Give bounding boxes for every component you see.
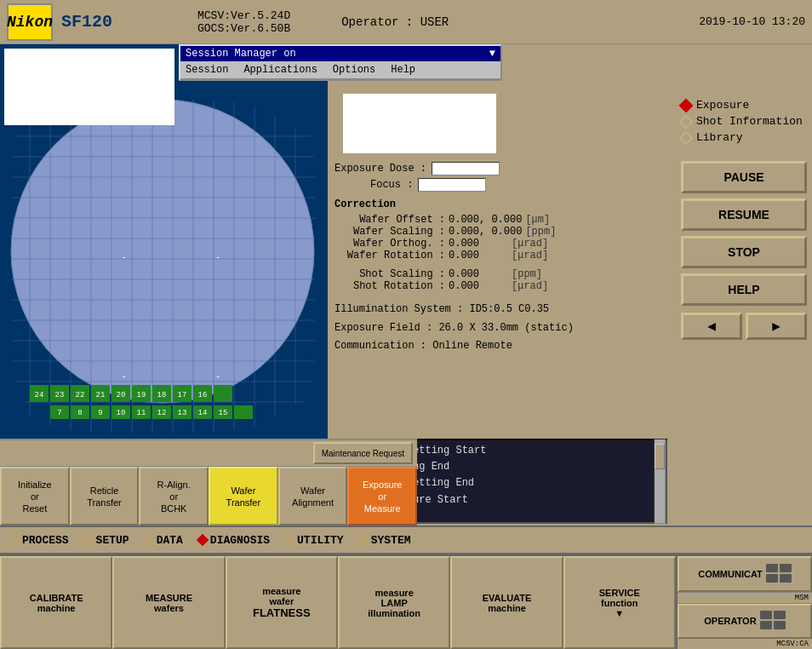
reticle-transfer-button[interactable]: Reticle Transfer	[70, 467, 140, 526]
evaluate-button[interactable]: EVALUATE machine	[450, 556, 563, 649]
exposure-measure-button[interactable]: Exposure or Measure	[347, 467, 417, 526]
measure-wafers-label2: wafers	[154, 603, 184, 613]
reticle-label: Reticle	[90, 485, 119, 496]
operator-button[interactable]: OPERATOR	[678, 604, 812, 640]
process-label: PROCESS	[22, 534, 69, 547]
wafer-alignment-button[interactable]: Wafer Alignment	[278, 467, 348, 526]
header: Nikon SF120 MCSV:Ver.5.24D GOCS:Ver.6.50…	[0, 0, 812, 44]
session-manager-close[interactable]: ▼	[489, 48, 495, 60]
shot-scaling-unit: [ppm]	[512, 268, 542, 280]
library-label: Library	[696, 131, 743, 144]
communicate-button[interactable]: COMMUNICAT	[678, 556, 812, 592]
wafer-rotation-row: Wafer Rotation : 0.000 [μrad]	[335, 250, 669, 261]
data-diamond-icon	[143, 534, 155, 546]
service-button[interactable]: SERVICE function ▼	[563, 556, 676, 649]
maintenance-row: Maintenance Request	[0, 440, 417, 466]
communication-info: Communication : Online Remote	[335, 337, 669, 356]
focus-label: Focus :	[370, 179, 413, 191]
diagnosis-diamond-icon	[197, 534, 209, 546]
initialize-label2: or	[31, 491, 39, 502]
ralign-label3: BCHK	[161, 503, 187, 514]
nav-setup[interactable]: SETUP	[77, 531, 136, 550]
lamp-label2: LAMP	[381, 598, 408, 608]
operator-icon	[760, 611, 786, 631]
menu-help[interactable]: Help	[387, 63, 419, 77]
initialize-label3: Reset	[22, 503, 47, 514]
system-info: Illumination System : ID5:0.5 C0.35 Expo…	[335, 301, 669, 356]
ralign-label: R-Align.	[157, 480, 191, 490]
back-arrow-button[interactable]: ◀	[681, 313, 742, 340]
process-diamond-icon	[9, 534, 20, 546]
resume-button[interactable]: RESUME	[681, 198, 807, 231]
menu-session[interactable]: Session	[182, 63, 232, 77]
gocs-version: GOCS:Ver.6.50B	[197, 22, 290, 35]
reticle-label2: Transfer	[87, 497, 122, 508]
pause-button[interactable]: PAUSE	[681, 161, 807, 193]
correction-section: Correction Wafer Offset : 0.000, 0.000 […	[335, 198, 669, 292]
focus-value	[418, 178, 486, 192]
wafer-align-label: Wafer	[300, 485, 325, 496]
nav-data[interactable]: DATA	[138, 531, 190, 550]
shot-info-option[interactable]: Shot Information	[681, 115, 807, 128]
library-option[interactable]: Library	[681, 131, 807, 144]
machine-name: SF120	[61, 12, 129, 32]
system-diamond-icon	[357, 534, 369, 546]
wafer-orthog-label: Wafer Orthog. :	[335, 238, 445, 250]
measure-wafers-label1: MEASURE	[146, 593, 192, 603]
r-align-button[interactable]: R-Align. or BCHK	[139, 467, 209, 526]
calibrate-label1: CALIBRATE	[30, 593, 83, 603]
svg-rect-77	[774, 611, 786, 619]
svg-text:-: -	[122, 372, 127, 382]
calibrate-button[interactable]: CALIBRATE machine	[0, 556, 112, 649]
setup-label: SETUP	[96, 534, 129, 547]
arrow-buttons: ◀ ▶	[681, 313, 807, 340]
wafer-transfer-button[interactable]: Wafer Transfer	[209, 467, 278, 526]
system-label: SYSTEM	[371, 534, 411, 547]
menu-applications[interactable]: Applications	[240, 63, 320, 77]
nav-system[interactable]: SYSTEM	[352, 531, 418, 550]
session-manager-window[interactable]: Session Manager on ▼ Session Application…	[179, 44, 502, 81]
stop-button[interactable]: STOP	[681, 236, 807, 268]
forward-arrow-button[interactable]: ▶	[746, 313, 807, 340]
nav-bar: PROCESS SETUP DATA DIAGNOSIS UTILITY SYS…	[0, 526, 812, 554]
white-overlay-box	[4, 49, 174, 125]
nikon-logo: Nikon	[7, 3, 53, 41]
menu-options[interactable]: Options	[329, 63, 379, 77]
initialize-reset-button[interactable]: Initialize or Reset	[0, 467, 70, 526]
svg-point-1	[11, 100, 314, 403]
measure-lamp-button[interactable]: measure LAMP illumination	[338, 556, 450, 649]
measure-flatness-button[interactable]: measure wafer FLATNESS	[226, 556, 338, 649]
svg-rect-78	[760, 621, 772, 629]
dose-focus-section: Exposure Dose : Focus :	[335, 162, 669, 192]
help-button[interactable]: HELP	[681, 273, 807, 306]
wafer-scaling-row: Wafer Scaling : 0.000, 0.000 [ppm]	[335, 226, 669, 238]
service-arrow-icon: ▼	[615, 608, 624, 618]
setup-diamond-icon	[83, 534, 94, 546]
measure-wafers-button[interactable]: MEASURE wafers	[112, 556, 225, 649]
svg-rect-75	[780, 574, 792, 583]
wafer-scaling-label: Wafer Scaling :	[335, 226, 445, 238]
shot-scaling-value: 0.000	[449, 268, 508, 280]
msm-label: MSM	[678, 592, 812, 604]
utility-label: UTILITY	[297, 534, 344, 547]
svg-text:7: 7	[57, 409, 61, 417]
svg-text:11: 11	[137, 409, 146, 417]
wafer-align-label2: Alignment	[292, 497, 334, 508]
nav-process[interactable]: PROCESS	[3, 531, 76, 550]
nav-diagnosis[interactable]: DIAGNOSIS	[192, 531, 277, 550]
log-scrollbar-thumb[interactable]	[655, 444, 665, 469]
svg-text:14: 14	[198, 409, 208, 417]
wafer-offset-label: Wafer Offset :	[335, 214, 445, 226]
exposure-dose-value	[432, 162, 500, 175]
evaluate-label2: machine	[488, 603, 526, 613]
maintenance-request-button[interactable]: Maintenance Request	[313, 442, 413, 464]
svg-text:8: 8	[77, 409, 82, 417]
session-manager-menu[interactable]: Session Applications Options Help	[180, 61, 500, 79]
log-scrollbar[interactable]	[654, 439, 666, 524]
svg-rect-72	[766, 564, 778, 572]
nav-utility[interactable]: UTILITY	[278, 531, 351, 550]
exposure-option[interactable]: Exposure	[681, 99, 807, 112]
svg-text:13: 13	[178, 409, 187, 417]
wafer-rotation-unit: [μrad]	[512, 250, 548, 261]
wafer-rotation-label: Wafer Rotation :	[335, 250, 445, 261]
